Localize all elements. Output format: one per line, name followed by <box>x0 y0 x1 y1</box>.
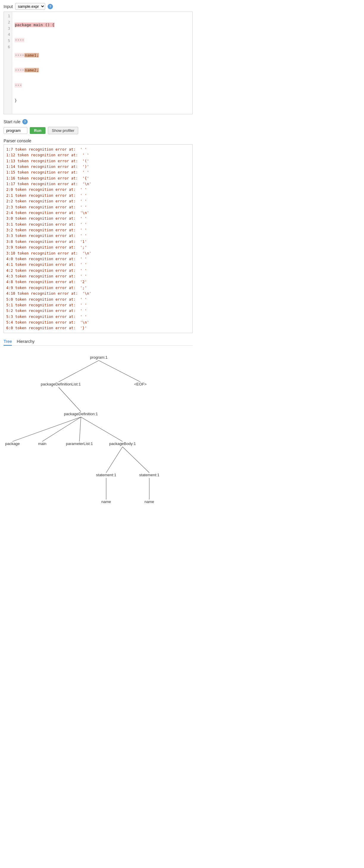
code-highlight-4a: •••• <box>14 68 24 72</box>
line-num-2: 2 <box>6 19 10 26</box>
start-rule-label: Start rule <box>4 119 21 124</box>
svg-line-7 <box>106 447 123 473</box>
code-highlight-4b: name2; <box>24 68 39 72</box>
tree-node-packageDefList: packageDefinitionList:1 <box>41 382 76 386</box>
svg-line-4 <box>42 417 81 441</box>
line-num-5: 5 <box>6 38 10 44</box>
tree-node-packageDef: packageDefinition:1 <box>63 412 99 416</box>
tab-hierarchy[interactable]: Hierarchy <box>16 338 34 345</box>
line-num-1: 1 <box>6 13 10 19</box>
svg-line-2 <box>59 387 81 412</box>
code-line-4: ••••name2; <box>14 67 190 73</box>
tree-diagram: program:1packageDefinitionList:1<EOF>pac… <box>4 349 194 504</box>
parser-console-title: Parser console <box>4 138 193 143</box>
code-line-5: ••• <box>14 83 190 89</box>
code-highlight-5: ••• <box>14 83 22 88</box>
code-highlight-3b: name1; <box>24 53 39 57</box>
code-highlight-3a: •••• <box>14 53 24 57</box>
svg-line-6 <box>81 417 123 441</box>
start-rule-help-icon[interactable]: ? <box>22 119 28 124</box>
tree-node-name2: name <box>131 499 167 504</box>
tree-node-pkgBody: packageBody:1 <box>105 441 140 446</box>
tree-lines-svg <box>4 349 194 504</box>
tree-node-eof: <EOF> <box>123 382 158 386</box>
svg-line-0 <box>59 361 99 382</box>
tree-node-paramList: parameterList:1 <box>62 441 97 446</box>
line-num-6: 6 <box>6 44 10 50</box>
run-button[interactable]: Run <box>30 127 45 134</box>
tab-tree[interactable]: Tree <box>4 338 12 346</box>
line-num-4: 4 <box>6 32 10 38</box>
input-label: Input <box>4 4 13 9</box>
program-input[interactable] <box>4 127 27 134</box>
code-line-3: ••••name1; <box>14 52 190 59</box>
code-editor: 1 2 3 4 5 6 package main () { •••• ••••n… <box>4 11 193 114</box>
tree-node-stmt1: statement:1 <box>88 473 124 477</box>
tree-node-name1: name <box>88 499 124 504</box>
tree-node-stmt2: statement:1 <box>131 473 167 477</box>
line-num-3: 3 <box>6 26 10 32</box>
code-line-6: } <box>14 98 190 104</box>
svg-line-8 <box>123 447 149 473</box>
svg-line-5 <box>79 417 81 441</box>
code-highlight-2: •••• <box>14 38 24 42</box>
tree-node-program: program:1 <box>81 355 117 360</box>
show-profiler-button[interactable]: Show profiler <box>48 127 78 134</box>
code-line-2: •••• <box>14 37 190 43</box>
line-numbers: 1 2 3 4 5 6 <box>4 12 12 114</box>
svg-line-1 <box>99 361 140 382</box>
file-select[interactable]: sample.expr <box>15 3 45 10</box>
input-help-icon[interactable]: ? <box>47 4 53 9</box>
tabs-row: Tree Hierarchy <box>4 338 193 346</box>
code-content[interactable]: package main () { •••• ••••name1; ••••na… <box>12 12 192 114</box>
code-highlight-1: package main () { <box>14 23 55 27</box>
svg-line-3 <box>12 417 81 441</box>
code-line-1: package main () { <box>14 22 190 28</box>
parser-console: 1:7 token recognition error at: ' ' 1:12… <box>4 144 193 333</box>
tree-node-main: main <box>24 441 60 446</box>
